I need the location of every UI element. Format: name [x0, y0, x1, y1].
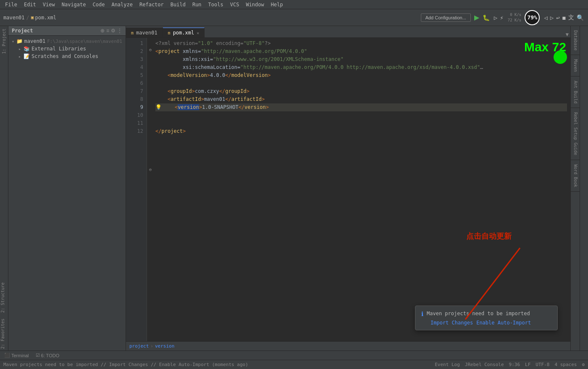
tree-item-maven01[interactable]: ▾ 📁 maven01 F:\Java\space\maven\maven01	[8, 37, 126, 45]
revert-icon[interactable]: ↩	[555, 13, 560, 22]
hint-icon: 💡	[155, 104, 162, 110]
code-line-2: <project xmlns="http://maven.apache.org/…	[155, 47, 567, 55]
tab-close-button[interactable]: ✕	[197, 31, 199, 35]
sidebar-item-project[interactable]: 1: Project	[1, 26, 7, 56]
forward-icon[interactable]: ▷	[549, 13, 554, 22]
toolbar-right: Add Configuration... ▶ 🐛 ▷ ⚡ 0 K/s 72 K/…	[421, 10, 585, 25]
project-icon: 📁	[16, 38, 23, 44]
menu-item[interactable]: Analyze	[108, 1, 136, 8]
code-line-9: 💡 <version>1.0-SNAPSHOT</version>	[155, 103, 567, 111]
bookmark-icon[interactable]: ◼	[562, 13, 567, 22]
code-line-8: <artifactId>maven01</artifactId>	[155, 95, 567, 103]
fold-marker-12[interactable]: ⊖	[147, 166, 154, 174]
file-icon: ▣	[31, 15, 34, 20]
right-tabs: Database Maven Ant Build Rebel Setup Gui…	[570, 26, 580, 351]
favorites-tab[interactable]: 2: Favorites	[0, 317, 6, 351]
panel-options-button[interactable]: ⋮	[117, 28, 122, 34]
debug-button[interactable]: 🐛	[483, 14, 490, 21]
profile-icon[interactable]: ⚡	[499, 13, 504, 22]
menu-item[interactable]: Navigate	[58, 1, 89, 8]
settings-button[interactable]: ⚙	[111, 28, 116, 34]
status-bar: Maven projects need to be imported // Im…	[0, 360, 588, 369]
jrebel-indicator: 79%	[525, 10, 540, 25]
vtab-ant-build[interactable]: Ant Build	[571, 76, 580, 108]
tab-maven01[interactable]: m maven01	[126, 28, 163, 37]
run-button[interactable]: ▶	[474, 13, 479, 21]
enable-auto-import-link[interactable]: Enable Auto-Import	[476, 320, 531, 326]
back-icon[interactable]: ◁	[543, 13, 548, 22]
line-numbers: 1 2 3 4 5 6 7 8 9 10 11 12	[126, 38, 147, 341]
tree-scratches: Scratches and Consoles	[32, 53, 98, 59]
code-line-11	[155, 119, 567, 127]
expand-arrow-scratches: ▸	[18, 54, 24, 59]
line-num-11: 11	[126, 119, 147, 127]
indent-indicator[interactable]: 4 spaces	[554, 362, 577, 367]
info-icon: ℹ	[421, 311, 423, 317]
status-right: Event Log JRebel Console 9:36 LF UTF-8 4…	[435, 362, 585, 367]
menu-item[interactable]: Window	[242, 1, 267, 8]
import-changes-link[interactable]: Import Changes	[430, 320, 473, 326]
vtab-word-book[interactable]: Word Book	[571, 160, 580, 192]
menu-item[interactable]: View	[39, 1, 58, 8]
vtab-maven[interactable]: Maven	[571, 55, 580, 76]
event-log-button[interactable]: Event Log	[435, 362, 460, 367]
code-lines[interactable]: <?xml version="1.0" encoding="UTF-8"?> <…	[147, 38, 570, 137]
menu-item[interactable]: Tools	[205, 1, 227, 8]
todo-button[interactable]: ☑ 6: TODO	[33, 352, 62, 358]
terminal-button[interactable]: ⬛ Terminal	[2, 352, 32, 358]
menu-item[interactable]: Edit	[21, 1, 39, 8]
search-everywhere-icon[interactable]: 🔍	[576, 13, 585, 22]
breadcrumb-version-item[interactable]: version	[155, 343, 174, 349]
tab-label: maven01	[136, 30, 158, 36]
structure-tab[interactable]: 2: Structure	[0, 281, 6, 314]
line-num-4: 4	[126, 63, 147, 71]
line-num-8: 8	[126, 95, 147, 103]
vtab-database[interactable]: Database	[571, 26, 580, 55]
menu-item[interactable]: VCS	[227, 1, 243, 8]
jrebel-console-button[interactable]: JRebel Console	[465, 362, 504, 367]
line-num-10: 10	[126, 111, 147, 119]
collapse-all-button[interactable]: ≡	[106, 28, 109, 34]
menu-item[interactable]: Refactor	[136, 1, 167, 8]
scratches-icon: 📝	[24, 53, 30, 59]
todo-icon: ☑	[36, 353, 40, 358]
menu-item[interactable]: Build	[167, 1, 189, 8]
tree-project-path: F:\Java\space\maven\maven01	[47, 39, 122, 44]
translate-icon[interactable]: 文	[567, 13, 575, 22]
tab-pom-xml[interactable]: m pom.xml ✕	[163, 27, 205, 37]
menu-item[interactable]: File	[2, 1, 21, 8]
tree-item-external-libraries[interactable]: ▸ 📚 External Libraries	[8, 45, 126, 53]
code-line-12: </project>	[155, 127, 567, 135]
encoding-indicator[interactable]: UTF-8	[536, 362, 549, 367]
tree-item-scratches[interactable]: ▸ 📝 Scratches and Consoles	[8, 53, 126, 60]
breadcrumb-file: pom.xml	[35, 15, 56, 21]
code-content[interactable]: ⊖ ⊖ <?xml version="1.0" encoding="UTF-8"…	[147, 38, 570, 341]
notification-text: Maven projects need to be imported	[427, 310, 530, 317]
settings-icon[interactable]: ⚙	[582, 362, 585, 367]
line-num-9: 9	[126, 103, 147, 111]
locate-file-button[interactable]: ⊕	[100, 28, 105, 34]
breadcrumb-project-item[interactable]: project	[129, 343, 149, 349]
panel-title: Project	[12, 28, 33, 34]
project-panel: Project ⊕ ≡ ⚙ ⋮ ▾ 📁 maven01 F:\Java\spac…	[8, 26, 126, 351]
vtab-rebel-setup[interactable]: Rebel Setup Guide	[571, 108, 580, 160]
maven-icon: m	[131, 31, 134, 35]
menu-item[interactable]: Help	[268, 1, 286, 8]
line-num-6: 6	[126, 79, 147, 87]
line-num-5: 5	[126, 71, 147, 79]
add-configuration-button[interactable]: Add Configuration...	[421, 13, 471, 22]
code-line-10	[155, 111, 567, 119]
time-display: 9:36	[509, 362, 520, 367]
tab-scroll-button[interactable]: ▼	[564, 32, 570, 37]
tree-project-name: maven01	[24, 38, 46, 44]
menu-item[interactable]: Code	[89, 1, 108, 8]
menu-item[interactable]: Run	[189, 1, 205, 8]
code-line-5: <modelVersion>4.0.0</modelVersion>	[155, 71, 567, 79]
line-num-7: 7	[126, 87, 147, 95]
coverage-icon[interactable]: ▷	[493, 13, 498, 22]
menu-bar: FileEditViewNavigateCodeAnalyzeRefactorB…	[0, 0, 588, 9]
panel-actions: ⊕ ≡ ⚙ ⋮	[100, 28, 122, 34]
net-stats: 0 K/s 72 K/s	[508, 12, 522, 23]
line-num-12: 12	[126, 127, 147, 135]
lf-indicator[interactable]: LF	[525, 362, 530, 367]
